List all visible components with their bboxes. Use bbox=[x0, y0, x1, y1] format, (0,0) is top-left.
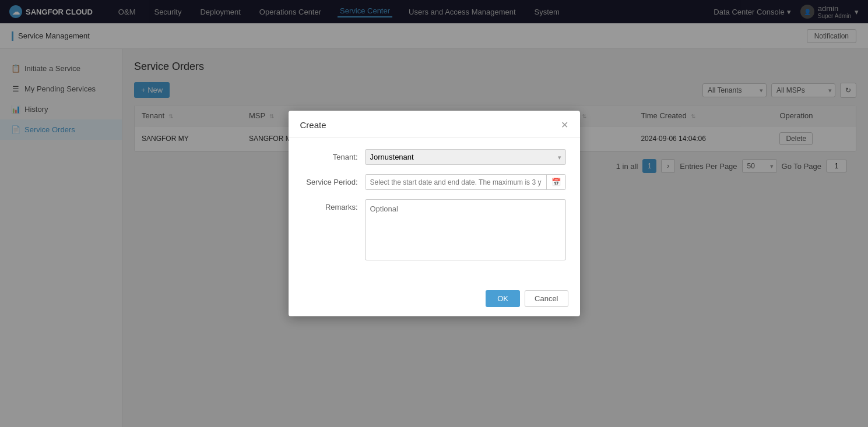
calendar-icon[interactable]: 📅 bbox=[546, 175, 565, 189]
modal-title: Create bbox=[300, 120, 326, 130]
tenant-row: Tenant: Jornustenant bbox=[303, 149, 566, 165]
remarks-control bbox=[365, 199, 566, 262]
service-period-label: Service Period: bbox=[303, 174, 358, 186]
service-period-control: 📅 bbox=[365, 174, 566, 190]
modal-footer: OK Cancel bbox=[289, 283, 580, 316]
modal-overlay: Create ✕ Tenant: Jornustenant Service Pe… bbox=[0, 0, 868, 427]
tenant-select-wrapper: Jornustenant bbox=[365, 149, 566, 165]
tenant-select[interactable]: Jornustenant bbox=[365, 149, 566, 165]
date-input-wrapper: 📅 bbox=[365, 174, 566, 190]
modal-close-button[interactable]: ✕ bbox=[561, 121, 568, 130]
remarks-row: Remarks: bbox=[303, 199, 566, 262]
tenant-label: Tenant: bbox=[303, 149, 358, 161]
cancel-button[interactable]: Cancel bbox=[525, 290, 568, 307]
service-period-input[interactable] bbox=[366, 175, 546, 189]
remarks-textarea[interactable] bbox=[365, 199, 566, 260]
modal-header: Create ✕ bbox=[289, 111, 580, 137]
modal-body: Tenant: Jornustenant Service Period: 📅 bbox=[289, 137, 580, 283]
create-modal: Create ✕ Tenant: Jornustenant Service Pe… bbox=[289, 111, 580, 316]
remarks-label: Remarks: bbox=[303, 199, 358, 211]
ok-button[interactable]: OK bbox=[486, 290, 520, 307]
service-period-row: Service Period: 📅 bbox=[303, 174, 566, 190]
